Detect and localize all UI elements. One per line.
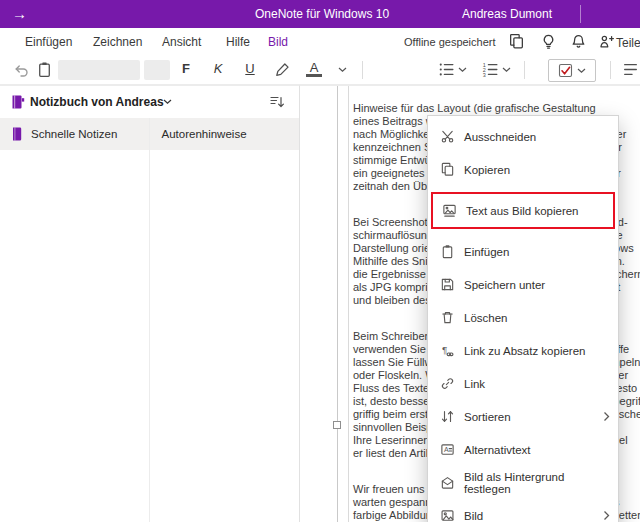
svg-text:¶: ¶ bbox=[442, 344, 447, 355]
menu-item-alt-text[interactable]: A Alternativtext bbox=[428, 433, 618, 466]
image-background-icon bbox=[440, 475, 455, 490]
tab-einfuegen[interactable]: Einfügen bbox=[25, 35, 72, 49]
lightbulb-icon[interactable] bbox=[540, 33, 557, 50]
menu-item-label: Sortieren bbox=[464, 411, 511, 423]
bullet-list-chevron-icon[interactable] bbox=[458, 67, 467, 73]
menu-item-label: Link zu Absatz kopieren bbox=[464, 345, 585, 357]
toolbar-divider bbox=[362, 61, 363, 79]
format-toolbar: F K U A 1 2 3 bbox=[0, 55, 640, 85]
notebook-sidebar: Notizbuch von Andreas bbox=[0, 85, 300, 522]
menu-item-label: Kopieren bbox=[464, 164, 510, 176]
undo-icon[interactable] bbox=[12, 61, 29, 78]
svg-text:3: 3 bbox=[483, 72, 486, 78]
titlebar-divider bbox=[580, 5, 581, 23]
menu-item-label: Speichern unter bbox=[464, 279, 545, 291]
account-name[interactable]: Andreas Dumont bbox=[462, 7, 552, 21]
submenu-chevron-right-icon bbox=[603, 411, 610, 422]
todo-tag-dropdown[interactable] bbox=[548, 59, 596, 82]
paragraph-selection-border bbox=[337, 86, 338, 522]
submenu-chevron-right-icon bbox=[603, 510, 610, 521]
paste-toolbar-icon[interactable] bbox=[36, 61, 53, 78]
navigate-forward-icon[interactable]: → bbox=[12, 4, 27, 24]
bold-button[interactable]: F bbox=[178, 61, 194, 76]
todo-checkbox-icon bbox=[558, 63, 573, 78]
menu-item-label: Löschen bbox=[464, 312, 507, 324]
menu-item-picture[interactable]: Bild bbox=[428, 499, 618, 522]
image-selection-border bbox=[348, 86, 349, 522]
font-format-dropdown-chevron-icon[interactable] bbox=[338, 67, 347, 73]
menu-item-copy-text-from-image[interactable]: Text aus Bild kopieren bbox=[431, 192, 615, 229]
notebook-title[interactable]: Notizbuch von Andreas bbox=[30, 95, 164, 109]
font-family-combobox[interactable] bbox=[58, 60, 140, 80]
menu-item-label: Text aus Bild kopieren bbox=[466, 205, 579, 217]
sync-status-text: Offline gespeichert bbox=[404, 36, 496, 48]
italic-button[interactable]: K bbox=[210, 61, 226, 76]
toolbar-divider bbox=[524, 61, 525, 79]
sort-icon bbox=[440, 409, 455, 424]
notebook-header: Notizbuch von Andreas bbox=[0, 86, 299, 118]
menu-item-label: Alternativtext bbox=[464, 444, 530, 456]
save-icon bbox=[440, 277, 455, 292]
menu-item-label: Bild als Hintergrund festlegen bbox=[464, 471, 610, 495]
sidebar-columns: Schnelle Notizen Autorenhinweise bbox=[0, 118, 299, 522]
menu-item-copy[interactable]: Kopieren bbox=[428, 153, 618, 186]
sort-pages-icon[interactable] bbox=[269, 94, 285, 110]
numbered-list-icon[interactable]: 1 2 3 bbox=[482, 61, 499, 78]
numbered-list-chevron-icon[interactable] bbox=[502, 67, 511, 73]
image-text-icon bbox=[442, 203, 457, 218]
copy-icon bbox=[440, 162, 455, 177]
link-icon bbox=[440, 376, 455, 391]
page-label: Autorenhinweise bbox=[162, 128, 247, 140]
font-color-button[interactable]: A bbox=[306, 61, 322, 77]
section-icon bbox=[12, 127, 23, 141]
menu-item-cut[interactable]: Ausschneiden bbox=[428, 120, 618, 153]
menu-item-delete[interactable]: Löschen bbox=[428, 301, 618, 334]
image-icon bbox=[440, 508, 455, 522]
paragraph-link-icon: ¶ bbox=[440, 343, 455, 358]
tab-hilfe[interactable]: Hilfe bbox=[226, 35, 250, 49]
onenote-window: → OneNote für Windows 10 Andreas Dumont … bbox=[0, 0, 640, 522]
menu-item-save-as[interactable]: Speichern unter bbox=[428, 268, 618, 301]
page-item-autorenhinweise[interactable]: Autorenhinweise bbox=[150, 118, 300, 150]
menu-item-label: Link bbox=[464, 378, 485, 390]
todo-tag-chevron-icon bbox=[577, 68, 586, 74]
titlebar: → OneNote für Windows 10 Andreas Dumont bbox=[0, 0, 640, 28]
menu-item-set-picture-as-background[interactable]: Bild als Hintergrund festlegen bbox=[428, 466, 618, 499]
alt-text-icon: A bbox=[440, 442, 455, 457]
menu-item-label: Ausschneiden bbox=[464, 131, 536, 143]
menu-item-paste[interactable]: Einfügen bbox=[428, 235, 618, 268]
share-button-label[interactable]: Teilen bbox=[616, 36, 640, 50]
tab-ansicht[interactable]: Ansicht bbox=[162, 35, 201, 49]
section-label: Schnelle Notizen bbox=[31, 128, 117, 140]
menu-item-sort[interactable]: Sortieren bbox=[428, 400, 618, 433]
page-list: Autorenhinweise bbox=[150, 118, 300, 522]
notebook-icon bbox=[10, 94, 26, 110]
image-context-menu: Ausschneiden Kopieren Text aus Bild kopi… bbox=[427, 115, 619, 522]
trash-icon bbox=[440, 310, 455, 325]
menu-item-copy-link-to-paragraph[interactable]: ¶ Link zu Absatz kopieren bbox=[428, 334, 618, 367]
menu-item-label: Bild bbox=[464, 510, 483, 522]
menu-item-label: Einfügen bbox=[464, 246, 509, 258]
section-item-schnelle-notizen[interactable]: Schnelle Notizen bbox=[0, 118, 149, 150]
send-page-icon[interactable] bbox=[508, 33, 525, 50]
tab-zeichnen[interactable]: Zeichnen bbox=[93, 35, 142, 49]
highlighter-pen-icon[interactable] bbox=[274, 61, 291, 78]
selection-drag-handle[interactable] bbox=[333, 421, 341, 429]
notifications-bell-icon[interactable] bbox=[570, 33, 587, 50]
toolbar-divider bbox=[610, 61, 611, 79]
tab-bild[interactable]: Bild bbox=[268, 35, 288, 49]
app-title: OneNote für Windows 10 bbox=[255, 7, 389, 21]
svg-text:A: A bbox=[444, 446, 449, 453]
underline-button[interactable]: U bbox=[242, 61, 258, 76]
menu-item-link[interactable]: Link bbox=[428, 367, 618, 400]
paste-icon bbox=[440, 244, 455, 259]
bullet-list-icon[interactable] bbox=[438, 61, 455, 78]
section-list: Schnelle Notizen bbox=[0, 118, 150, 522]
share-icon[interactable] bbox=[598, 33, 615, 50]
ribbon-tab-bar: Einfügen Zeichnen Ansicht Hilfe Bild Off… bbox=[0, 28, 640, 55]
scissors-icon bbox=[440, 129, 455, 144]
notebook-chevron-down-icon[interactable] bbox=[163, 99, 172, 105]
font-size-combobox[interactable] bbox=[144, 60, 170, 80]
more-formatting-icon[interactable] bbox=[622, 61, 639, 78]
